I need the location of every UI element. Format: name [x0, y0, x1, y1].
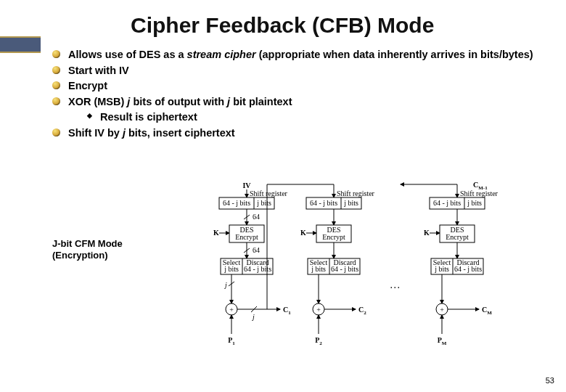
page-number: 53 — [546, 376, 554, 385]
text: bit plaintext — [230, 96, 292, 107]
text: Encrypt — [68, 80, 107, 91]
xor: + — [316, 306, 321, 314]
sel2: j bits — [434, 265, 449, 273]
shift-title: Shift register — [337, 189, 375, 197]
sr-right: j bits — [467, 199, 482, 207]
text: Shift IV by — [68, 127, 123, 139]
text: bits of output with — [130, 96, 227, 107]
diagram-caption: J-bit CFM Mode (Encryption) — [52, 238, 123, 262]
sr-right: j bits — [256, 199, 271, 207]
svg-text:PM: PM — [438, 336, 447, 346]
c1: C — [283, 306, 288, 314]
bullet-item: XOR (MSB) j bits of output with j bit pl… — [52, 95, 566, 125]
sr-left: 64 - j bits — [433, 199, 461, 207]
caption-line: J-bit CFM Mode — [52, 238, 123, 250]
page-title: Cipher Feedback (CFB) Mode — [51, 13, 566, 38]
sr-right: j bits — [343, 199, 358, 207]
xor: + — [229, 306, 234, 314]
des2: Encrypt — [446, 233, 469, 241]
svg-text:C1: C1 — [283, 306, 291, 316]
jlab2: j — [251, 313, 255, 321]
sub-list: Result is ciphertext — [87, 110, 566, 125]
k-label: K — [300, 229, 306, 237]
text: Result is ciphertext — [100, 111, 197, 123]
des2: Encrypt — [322, 233, 345, 241]
k-label: K — [424, 229, 430, 237]
c2: C — [358, 306, 364, 314]
sr-left: 64 - j bits — [223, 199, 250, 207]
text: XOR (MSB) — [68, 96, 127, 107]
shift-title: Shift register — [250, 189, 288, 197]
dis2: 64 - j bits — [454, 265, 482, 273]
jlab: j — [223, 281, 227, 289]
shift-title: Shift register — [460, 189, 499, 197]
caption-line: (Encryption) — [52, 250, 123, 261]
text: Start with IV — [68, 65, 129, 76]
accent-bar — [0, 36, 41, 53]
c2s: 2 — [364, 310, 366, 316]
bullet-item: Start with IV — [52, 64, 566, 78]
svg-text:CM: CM — [482, 306, 492, 316]
text: bits, insert ciphertext — [126, 127, 235, 139]
cms: M — [487, 310, 492, 316]
cm: C — [482, 306, 487, 314]
p2s: 2 — [319, 340, 322, 346]
svg-text:C2: C2 — [358, 306, 366, 316]
dis2: 64 - j bits — [331, 265, 358, 273]
cm1: C — [473, 181, 478, 189]
text: Allows use of DES as a — [68, 49, 187, 60]
sel2: j bits — [311, 265, 326, 273]
w64b: 64 — [253, 246, 260, 254]
xor: + — [440, 306, 444, 314]
sel2: j bits — [223, 265, 239, 273]
svg-text:P2: P2 — [315, 336, 322, 346]
p1s: 1 — [232, 340, 235, 346]
cfb-diagram: IV Shift register 64 - j bits j bits 64 … — [210, 181, 522, 363]
bullet-item: Allows use of DES as a stream cipher (ap… — [52, 48, 566, 62]
svg-text:P1: P1 — [228, 336, 235, 346]
w64: 64 — [253, 213, 260, 221]
bullet-list: Allows use of DES as a stream cipher (ap… — [52, 48, 566, 140]
sub-item: Result is ciphertext — [87, 110, 566, 125]
k-label: K — [213, 229, 219, 237]
bullet-item: Shift IV by j bits, insert ciphertext — [52, 126, 566, 141]
sr-left: 64 - j bits — [310, 199, 337, 207]
iv-label: IV — [242, 181, 251, 189]
text: (appropriate when data inherently arrive… — [256, 49, 533, 60]
des2: Encrypt — [235, 233, 258, 241]
c1s: 1 — [288, 310, 291, 316]
pms: M — [442, 340, 447, 346]
text-italic: stream cipher — [187, 49, 256, 60]
bullet-item: Encrypt — [52, 79, 566, 94]
ellipsis: · · · — [390, 284, 400, 292]
